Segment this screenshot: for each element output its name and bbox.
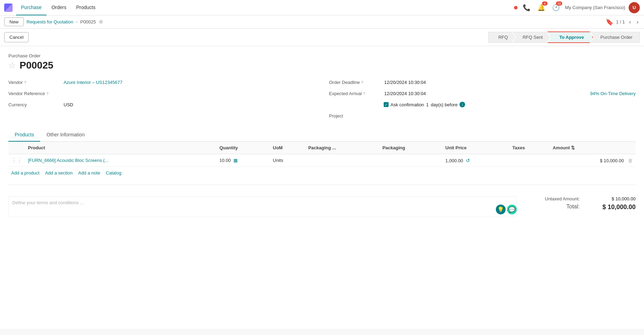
chat-icons: 💡 💬 <box>496 205 517 214</box>
action-bar: Cancel RFQ RFQ Sent To Approve Purchase … <box>0 29 644 46</box>
untaxed-value: $ 10,000.00 <box>594 196 636 201</box>
bulb-icon[interactable]: 💡 <box>496 205 506 214</box>
bookmark-icon[interactable]: 🔖 <box>606 18 613 26</box>
th-packaging-qty: Packaging ... <box>305 142 379 154</box>
ask-confirmation-field: ✓ Ask confirmation 1 day(s) before i <box>329 99 636 110</box>
th-uom: UoM <box>270 142 305 154</box>
divider <box>8 185 636 185</box>
status-pipeline: RFQ RFQ Sent To Approve Purchase Order <box>488 31 640 43</box>
drag-handle-icon[interactable]: ⋮⋮ <box>11 157 22 163</box>
bell-badge: 4 <box>542 1 548 6</box>
project-field: Project <box>329 110 636 121</box>
totals-section: Untaxed Amount: $ 10,000.00 Total: $ 10,… <box>524 196 636 211</box>
untaxed-label: Untaxed Amount: <box>545 196 580 201</box>
company-label: My Company (San Francisco) <box>565 5 625 10</box>
terms-container: Define your terms and conditions ... 💡 💬 <box>8 196 517 217</box>
table-header-row: Product Quantity UoM Packaging ... Packa… <box>8 142 636 154</box>
tabs-bar: Products Other Information <box>8 128 636 142</box>
clock-badge: 16 <box>556 1 562 6</box>
page-info: 1 / 1 <box>616 19 625 24</box>
ask-confirmation-days[interactable]: 1 <box>426 102 429 107</box>
currency-field: Currency USD <box>8 99 315 110</box>
vendor-help[interactable]: ? <box>24 80 26 85</box>
breadcrumb-right: 🔖 1 / 1 ‹ › <box>606 18 640 26</box>
th-unit-price: Unit Price <box>443 142 510 154</box>
breadcrumb-current: P00025 <box>80 19 96 24</box>
delete-icon[interactable]: 🗑 <box>628 158 633 163</box>
unit-price-value[interactable]: 1,000.00 <box>446 158 463 163</box>
bell-icon-btn[interactable]: 🔔 4 <box>536 2 547 13</box>
ask-confirmation-checkbox[interactable]: ✓ <box>384 102 389 107</box>
total-value: $ 10,000.00 <box>594 204 636 211</box>
table-row: ⋮⋮ [FURN_6666] Acoustic Bloc Screens (..… <box>8 154 636 167</box>
breadcrumb-separator: › <box>76 20 78 24</box>
nav-orders[interactable]: Orders <box>46 0 71 15</box>
chart-icon[interactable]: ▦ <box>233 158 238 163</box>
status-dot <box>514 6 518 9</box>
catalog-link[interactable]: Catalog <box>106 170 122 176</box>
terms-input[interactable]: Define your terms and conditions ... <box>8 196 517 217</box>
breadcrumb-parent[interactable]: Requests for Quotation <box>27 19 73 24</box>
expected-arrival-help[interactable]: ? <box>363 92 365 96</box>
products-table: Product Quantity UoM Packaging ... Packa… <box>8 142 636 167</box>
vendor-reference-field: Vendor Reference ? <box>8 88 315 99</box>
phone-icon-btn[interactable]: 📞 <box>521 2 532 13</box>
app-logo[interactable] <box>4 3 13 12</box>
form-header: Purchase Order ☆ P00025 <box>8 53 636 71</box>
add-product-link[interactable]: Add a product <box>11 170 39 176</box>
cancel-button[interactable]: Cancel <box>4 32 29 42</box>
order-deadline-value[interactable]: 12/20/2024 10:30:04 <box>384 80 426 85</box>
vendor-reference-label: Vendor Reference ? <box>8 91 61 96</box>
chat-bubble-icon[interactable]: 💬 <box>507 205 517 214</box>
th-packaging: Packaging <box>379 142 442 154</box>
fields-grid: Vendor ? Azure Interior – US12345677 Ven… <box>8 77 636 121</box>
tab-other-information[interactable]: Other Information <box>40 128 91 142</box>
quantity-value[interactable]: 10.00 <box>219 158 231 163</box>
product-name-link[interactable]: [FURN_6666] Acoustic Bloc Screens (... <box>28 158 108 163</box>
order-deadline-help[interactable]: ? <box>361 80 363 85</box>
add-note-link[interactable]: Add a note <box>78 170 100 176</box>
nav-products[interactable]: Products <box>71 0 100 15</box>
tab-products[interactable]: Products <box>8 128 40 142</box>
settings-icon[interactable]: ⚙ <box>99 19 103 24</box>
navbar: Purchase Orders Products 📞 🔔 4 🕐 16 My C… <box>0 0 644 15</box>
project-label: Project <box>329 113 382 119</box>
fields-right: Order Deadline ? 12/20/2024 10:30:04 Exp… <box>329 77 636 121</box>
ask-confirmation-suffix: day(s) before <box>431 102 458 107</box>
status-rfq-sent[interactable]: RFQ Sent <box>513 32 550 43</box>
order-deadline-field: Order Deadline ? 12/20/2024 10:30:04 <box>329 77 636 88</box>
sort-icon[interactable]: ⇅ <box>571 145 575 150</box>
status-to-approve[interactable]: To Approve <box>547 31 593 43</box>
amount-value: $ 10,000.00 <box>600 158 624 163</box>
terms-placeholder: Define your terms and conditions ... <box>12 200 84 205</box>
vendor-field: Vendor ? Azure Interior – US12345677 <box>8 77 315 88</box>
uom-value[interactable]: Units <box>273 158 283 163</box>
clock-icon-btn[interactable]: 🕐 16 <box>550 2 562 13</box>
new-button[interactable]: New <box>4 17 24 26</box>
main-content: Purchase Order ☆ P00025 Vendor ? Azure I… <box>0 46 644 329</box>
form-title: P00025 <box>20 60 53 71</box>
on-time-delivery-badge[interactable]: 94% On-Time Delivery <box>590 91 636 96</box>
th-product: Product <box>25 142 217 154</box>
favorite-star-icon[interactable]: ☆ <box>8 60 16 70</box>
info-icon[interactable]: i <box>460 102 465 107</box>
status-rfq[interactable]: RFQ <box>488 32 515 43</box>
form-subtitle: Purchase Order <box>8 53 636 58</box>
add-section-link[interactable]: Add a section <box>45 170 73 176</box>
refresh-icon[interactable]: ↺ <box>466 158 470 163</box>
avatar[interactable]: U <box>629 2 640 13</box>
nav-purchase[interactable]: Purchase <box>16 0 46 15</box>
prev-page-button[interactable]: ‹ <box>628 19 632 25</box>
expected-arrival-value[interactable]: 12/20/2024 10:30:04 <box>384 91 426 96</box>
status-purchase-order[interactable]: Purchase Order <box>590 32 640 43</box>
th-quantity: Quantity <box>217 142 270 154</box>
ask-confirmation-label: Ask confirmation <box>391 102 424 107</box>
vendor-ref-help[interactable]: ? <box>46 92 48 96</box>
add-links-row: Add a product Add a section Add a note C… <box>8 167 636 179</box>
vendor-value[interactable]: Azure Interior – US12345677 <box>64 80 122 85</box>
navbar-right: 📞 🔔 4 🕐 16 My Company (San Francisco) U <box>514 2 640 13</box>
currency-value[interactable]: USD <box>64 102 73 107</box>
next-page-button[interactable]: › <box>635 19 640 25</box>
untaxed-amount-row: Untaxed Amount: $ 10,000.00 <box>524 196 636 201</box>
breadcrumb-bar: New Requests for Quotation › P00025 ⚙ 🔖 … <box>0 15 644 29</box>
